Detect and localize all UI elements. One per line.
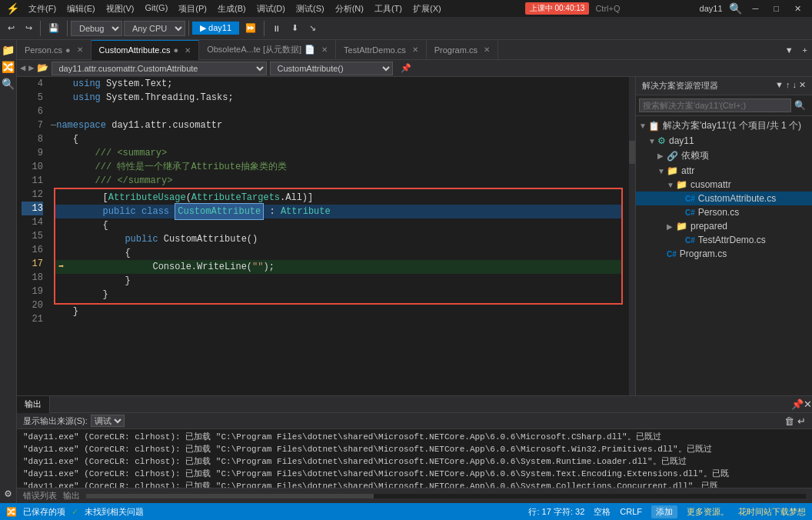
editor-output-area: Person.cs ● ✕ CustomAttribute.cs ● ✕ Obs… (17, 40, 812, 503)
code-line-20: } (51, 305, 626, 318)
vertical-scrollbar[interactable] (629, 77, 635, 395)
menu-edit[interactable]: 编辑(E) (62, 2, 100, 16)
menu-git[interactable]: Git(G) (140, 2, 172, 16)
tab-program-close[interactable]: ✕ (484, 45, 490, 54)
tab-list-btn[interactable]: ▼ (780, 44, 798, 56)
solution-search-input[interactable] (639, 98, 791, 112)
tab-obsolete[interactable]: ObsoleteA...te [从元数据] 📄 ✕ (199, 40, 336, 60)
tab-output[interactable]: 输出 (17, 396, 50, 413)
method-dropdown[interactable]: CustomAttribute() (270, 62, 393, 75)
add-button[interactable]: 添加 (651, 505, 677, 518)
nav-back[interactable]: ◀ (20, 62, 25, 74)
platform-dropdown[interactable]: Any CPU (124, 21, 185, 36)
menu-analyze[interactable]: 分析(N) (331, 2, 368, 16)
tree-testattr-arrow (676, 236, 685, 245)
output-wrap-btn[interactable]: ↵ (797, 415, 806, 427)
nav-forward[interactable]: ▶ (28, 62, 34, 74)
toolbar-sep-4 (264, 21, 265, 36)
line-num-7: 7 (22, 118, 43, 132)
tree-cusomattr-arrow: ▼ (667, 181, 676, 189)
tab-person[interactable]: Person.cs ● ✕ (17, 40, 92, 60)
attach-btn[interactable]: ⏩ (241, 22, 261, 35)
tree-customattr-file[interactable]: C# CustomAttribute.cs (636, 192, 812, 205)
step-over-btn[interactable]: ⬇ (287, 22, 303, 35)
menu-build[interactable]: 生成(B) (213, 2, 251, 16)
output-pin-btn[interactable]: 📌 (791, 398, 804, 410)
output-source-select[interactable]: 调试 (91, 415, 125, 427)
menu-test[interactable]: 测试(S) (291, 2, 329, 16)
step-into-btn[interactable]: ↘ (304, 22, 321, 35)
new-tab-btn[interactable]: + (798, 44, 812, 56)
save-btn[interactable]: 💾 (44, 22, 64, 35)
tree-project-day11[interactable]: ▼ ⚙ day11 (636, 134, 812, 148)
output-tab-2[interactable]: 输出 (63, 490, 80, 502)
search-icon[interactable]: 🔍 (729, 2, 742, 15)
minimize-btn[interactable]: ─ (748, 4, 764, 13)
menu-project[interactable]: 项目(P) (174, 2, 211, 16)
tree-day11-label: day11 (669, 135, 694, 146)
status-left: 🔀 已保存的项 ✓ 未找到相关问题 (6, 506, 144, 518)
tab-output-label: 输出 (25, 398, 42, 410)
sidebar-solution-icon[interactable]: 📁 (2, 43, 15, 57)
output-scrollbar[interactable] (86, 494, 806, 498)
breakpoint-btn[interactable]: ⏸ (268, 22, 285, 35)
output-close-btn[interactable]: ✕ (804, 398, 812, 410)
output-scroll-thumb[interactable] (86, 494, 374, 498)
scroll-thumb[interactable] (629, 141, 635, 164)
tree-dependencies[interactable]: ▶ 🔗 依赖项 (636, 148, 812, 164)
code-line-4: using System.Text; (51, 77, 626, 91)
tree-program-file[interactable]: C# Program.cs (636, 247, 812, 261)
tab-obsolete-label: ObsoleteA...te [从元数据] (207, 44, 301, 55)
namespace-dropdown[interactable]: day11.attr.cusomattr.CustomAttribute (52, 62, 267, 75)
tree-prepared-folder[interactable]: ▶ 📁 prepared (636, 219, 812, 233)
tab-custom[interactable]: CustomAttribute.cs ● ✕ (92, 40, 200, 60)
tab-obsolete-close[interactable]: ✕ (321, 45, 328, 54)
tree-attr-folder[interactable]: ▼ 📁 attr (636, 164, 812, 178)
tree-program-label: Program.cs (680, 248, 727, 259)
line-num-8: 8 (22, 132, 43, 146)
sidebar-git-icon[interactable]: 🔀 (2, 60, 15, 74)
menu-debug[interactable]: 调试(D) (252, 2, 290, 16)
error-list-tab[interactable]: 错误列表 (23, 490, 57, 502)
app-logo: ⚡ (6, 2, 19, 15)
menu-file[interactable]: 文件(F) (24, 2, 61, 16)
maximize-btn[interactable]: □ (769, 4, 784, 13)
sidebar-settings-icon[interactable]: ⚙ (2, 486, 15, 500)
title-bar-right: day11 🔍 ─ □ ✕ (700, 2, 806, 15)
sidebar-search-icon[interactable]: 🔍 (2, 77, 15, 91)
tab-person-close[interactable]: ✕ (77, 45, 83, 54)
output-clear-btn[interactable]: 🗑 (784, 415, 794, 427)
close-btn[interactable]: ✕ (790, 4, 806, 14)
tree-program-icon: C# (667, 250, 677, 258)
red-highlight-box: [AttributeUsage(AttributeTargets.All)] p… (54, 188, 623, 305)
tree-person-file[interactable]: C# Person.cs (636, 205, 812, 219)
code-line-5: using System.Threading.Tasks; (51, 91, 626, 105)
menu-tools[interactable]: 工具(T) (370, 2, 407, 16)
output-content: "day11.exe" (CoreCLR: clrhost): 已加载 "C:\… (17, 429, 812, 488)
tree-cusomattr-folder[interactable]: ▼ 📁 cusomattr (636, 178, 812, 192)
menu-view[interactable]: 视图(V) (102, 2, 139, 16)
tree-solution-root[interactable]: ▼ 📋 解决方案'day11'(1 个项目/共 1 个) (636, 118, 812, 134)
code-line-11: /// </summary> (51, 174, 626, 188)
menu-extensions[interactable]: 扩展(X) (408, 2, 446, 16)
solution-search-icon[interactable]: 🔍 (791, 100, 809, 112)
code-line-16: { (55, 246, 621, 260)
undo-btn[interactable]: ↩ (3, 22, 19, 35)
solution-explorer-title: 解决方案资源管理器 (642, 81, 718, 90)
output-panel: 输出 📌 ✕ 显示输出来源(S): 调试 🗑 ↵ "day11.exe" (Co… (17, 395, 812, 503)
toolbar: ↩ ↪ 💾 Debug Any CPU ▶ day11 ⏩ ⏸ ⬇ ↘ (0, 17, 812, 40)
tab-program[interactable]: Program.cs ✕ (427, 40, 498, 60)
tab-test-close[interactable]: ✕ (412, 45, 418, 54)
debug-config-dropdown[interactable]: Debug (71, 21, 122, 36)
code-line-18: } (55, 274, 621, 288)
title-bar: ⚡ 文件(F) 编辑(E) 视图(V) Git(G) 项目(P) 生成(B) 调… (0, 0, 812, 17)
tab-test[interactable]: TestAttrDemo.cs ✕ (336, 40, 427, 60)
run-btn[interactable]: ▶ day11 (192, 22, 239, 35)
tree-testattr-file[interactable]: C# TestAttrDemo.cs (636, 233, 812, 247)
tree-program-arrow (657, 250, 667, 258)
tab-custom-close[interactable]: ✕ (185, 46, 191, 55)
pin-btn[interactable]: 📌 (396, 62, 416, 75)
code-editor[interactable]: 4 5 6 7 8 9 10 11 12 13 14 15 16 17 (17, 77, 629, 395)
redo-btn[interactable]: ↪ (21, 22, 37, 35)
solution-toolbar[interactable]: ▼ ↑ ↓ ✕ (775, 80, 806, 90)
